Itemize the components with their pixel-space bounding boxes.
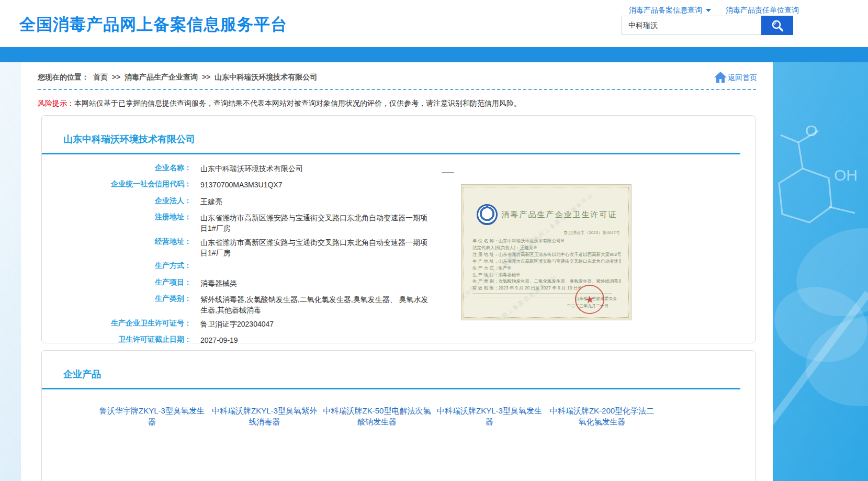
product-link[interactable]: 鲁沃华宇牌ZKYL-3型臭氧发生器 xyxy=(96,405,208,427)
site-title: 全国消毒产品网上备案信息服务平台 xyxy=(19,14,287,36)
risk-notice: 风险提示：本网站仅基于已掌握的信息提供查询服务，查询结果不代表本网站对被查询对象… xyxy=(21,90,773,108)
breadcrumb-prefix: 您现在的位置： xyxy=(38,73,89,81)
chevron-down-icon xyxy=(706,9,711,12)
field-production-category: 生产类别： 紫外线消毒器,次氯酸钠发生器,二氧化氯发生器,臭氧发生器、 臭氧水发… xyxy=(42,291,755,316)
scan-artifact-dash xyxy=(442,172,454,173)
risk-notice-text: 本网站仅基于已掌握的信息提供查询服务，查询结果不代表本网站对被查询对象信用状况的… xyxy=(74,99,521,107)
breadcrumb-current: 山东中科瑞沃环境技术有限公司 xyxy=(215,73,317,81)
header: 全国消毒产品网上备案信息服务平台 消毒产品备案信息查询 消毒产品责任单位查询 xyxy=(0,0,868,47)
company-card-title: 山东中科瑞沃环境技术有限公司 xyxy=(42,116,755,146)
home-icon xyxy=(714,72,727,83)
certificate-body: 单 位 名 称：山东中科瑞沃环境技术有限公司※ 法定代表人(或负责人)：王建亮※… xyxy=(472,238,621,292)
field-business-address: 经营地址： 山东省潍坊市高新区潍安路与宝通街交叉路口东北角自动变速器一期项目1#… xyxy=(42,234,755,259)
breadcrumb-home[interactable]: 首页 xyxy=(93,73,108,81)
field-production-mode: 生产方式： xyxy=(42,258,755,274)
search-icon xyxy=(771,19,784,32)
certificate-title: 消毒产品生产企业卫生许可证 xyxy=(498,210,621,220)
product-link[interactable]: 中科瑞沃牌ZK-50型电解法次氯酸钠发生器 xyxy=(321,405,433,427)
hygiene-license-certificate-image: 全国消毒产品网上备案信息服务平台 全国消毒产品网上备案信息服务平台 全国消毒产品… xyxy=(461,184,632,320)
company-fields: 企业名称： 山东中科瑞沃环境技术有限公司 企业统一社会信用代码： 9137070… xyxy=(42,154,755,349)
company-products-card: 企业产品 鲁沃华宇牌ZKYL-3型臭氧发生器 中科瑞沃牌ZKYL-3型臭氧紫外线… xyxy=(41,350,756,481)
product-link[interactable]: 中科瑞沃牌ZK-200型化学法二氧化氯发生器 xyxy=(546,405,658,427)
certificate-number: 鲁卫消证字（2023）第4047号 xyxy=(472,230,621,236)
company-info-card: 山东中科瑞沃环境技术有限公司 企业名称： 山东中科瑞沃环境技术有限公司 企业统一… xyxy=(41,115,756,343)
field-production-project: 生产项目： 消毒器械类 xyxy=(42,275,755,291)
top-nav: 消毒产品备案信息查询 消毒产品责任单位查询 xyxy=(629,6,799,15)
product-list: 鲁沃华宇牌ZKYL-3型臭氧发生器 中科瑞沃牌ZKYL-3型臭氧紫外线消毒器 中… xyxy=(42,389,755,427)
product-link[interactable]: 中科瑞沃牌ZKYL-3型臭氧发生器 xyxy=(434,405,545,427)
search-button[interactable] xyxy=(761,16,793,35)
field-company-name: 企业名称： 山东中科瑞沃环境技术有限公司 xyxy=(42,160,755,176)
breadcrumb-separator: >> xyxy=(202,73,210,81)
field-license-expiry: 卫生许可证截止日期： 2027-09-19 xyxy=(42,332,755,348)
field-credit-code: 企业统一社会信用代码： 91370700MA3M3U1QX7 xyxy=(42,176,755,193)
nav-responsible-unit-query[interactable]: 消毒产品责任单位查询 xyxy=(726,6,799,15)
risk-notice-label: 风险提示： xyxy=(38,99,74,107)
field-legal-person: 企业法人： 王建亮 xyxy=(42,193,755,209)
back-home-link[interactable]: 返回首页 xyxy=(714,72,757,83)
breadcrumb-row: 您现在的位置： 首页 >> 消毒产品生产企业查询 >> 山东中科瑞沃环境技术有限… xyxy=(21,62,773,83)
breadcrumb: 您现在的位置： 首页 >> 消毒产品生产企业查询 >> 山东中科瑞沃环境技术有限… xyxy=(38,73,319,82)
nav-filing-info-query[interactable]: 消毒产品备案信息查询 xyxy=(629,6,711,15)
field-license-number: 生产企业卫生许可证号： 鲁卫消证字202304047 xyxy=(42,316,755,332)
certificate-emblem-icon xyxy=(477,204,498,225)
search-bar xyxy=(622,16,793,35)
product-link[interactable]: 中科瑞沃牌ZKYL-3型臭氧紫外线消毒器 xyxy=(209,405,320,427)
main-panel: 您现在的位置： 首页 >> 消毒产品生产企业查询 >> 山东中科瑞沃环境技术有限… xyxy=(21,62,773,481)
svg-text:OH: OH xyxy=(834,166,858,184)
products-card-title: 企业产品 xyxy=(42,351,755,381)
svg-text:O: O xyxy=(805,122,817,139)
breadcrumb-separator: >> xyxy=(112,73,120,81)
field-registered-address: 注册地址： 山东省潍坊市高新区潍安路与宝通街交叉路口东北角自动变速器一期项目1#… xyxy=(42,209,755,234)
breadcrumb-enterprise-query[interactable]: 消毒产品生产企业查询 xyxy=(125,73,198,81)
search-input[interactable] xyxy=(622,16,761,35)
top-blue-bar xyxy=(0,47,868,62)
